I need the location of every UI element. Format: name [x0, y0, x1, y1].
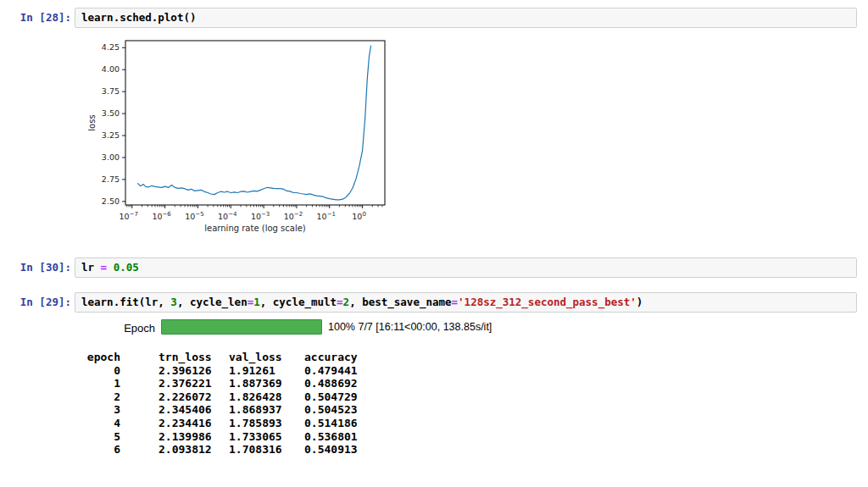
table-header-row: epochtrn_lossval_lossaccuracy [83, 351, 364, 364]
progress-bar [161, 319, 322, 335]
col-header: trn_loss [159, 351, 213, 364]
x-axis-label: learning rate (log scale) [204, 224, 306, 233]
y-tick-label: 3.00 [102, 152, 120, 162]
plot-output-area: 2.502.753.003.253.503.754.004.2510−710−6… [83, 36, 405, 244]
table-row: 32.3454061.8689370.504523 [83, 403, 364, 417]
table-row: 42.2344161.7858930.514186 [83, 417, 364, 430]
y-tick-label: 3.75 [102, 86, 120, 96]
code-input-29[interactable]: learn.fit(lr, 3, cycle_len=1, cycle_mult… [75, 292, 857, 313]
code-token: , cycle_len [177, 296, 248, 308]
cell-value: 0.488692 [304, 377, 364, 390]
cell-value: 1.868937 [229, 403, 283, 417]
code-token: learn.fit(lr, [81, 296, 170, 308]
cell-value: 0.479441 [304, 364, 364, 378]
plot-frame [125, 41, 385, 205]
y-tick-label: 3.50 [102, 108, 120, 118]
code-token: 0.05 [114, 261, 139, 274]
cell-value: 0.536801 [304, 430, 364, 444]
cell-value: 1.826428 [229, 390, 283, 404]
input-prompt-28: In [28]: [10, 11, 71, 24]
cell-value: 1 [83, 377, 120, 390]
code-text-29[interactable]: learn.fit(lr, 3, cycle_len=1, cycle_mult… [81, 296, 850, 309]
cell-value: 0.514186 [304, 417, 364, 430]
col-header: val_loss [229, 351, 283, 364]
code-token: 3 [170, 296, 177, 308]
code-token: learn.sched.plot() [81, 11, 196, 24]
table-row: 02.3961261.912610.479441 [83, 364, 364, 378]
code-token: '128sz_312_second_pass_best' [458, 296, 637, 308]
cell-value: 1.785893 [229, 417, 283, 430]
loss-vs-learning-rate-chart: 2.502.753.003.253.503.754.004.2510−710−6… [83, 36, 405, 241]
y-tick-label: 3.25 [102, 130, 120, 140]
cell-value: 2.139986 [159, 430, 213, 444]
cell-value: 0.504523 [304, 403, 364, 417]
cell-value: 0.540913 [304, 443, 364, 457]
cell-value: 2 [83, 390, 120, 404]
col-header: epoch [83, 351, 120, 364]
y-tick-label: 4.00 [102, 64, 120, 74]
cell-value: 4 [83, 417, 120, 430]
cell-value: 2.093812 [159, 443, 213, 457]
code-input-28[interactable]: learn.sched.plot() [75, 8, 857, 28]
table-row: 52.1399861.7330650.536801 [83, 430, 364, 444]
code-token: lr [81, 261, 101, 274]
code-token: 1 [253, 296, 260, 308]
code-token: = [452, 296, 459, 308]
y-tick-label: 2.50 [102, 196, 120, 206]
cell-value: 2.396126 [159, 364, 213, 378]
cell-value: 6 [83, 443, 120, 457]
code-input-30[interactable]: lr = 0.05 [75, 257, 857, 278]
cell-value: 2.234416 [159, 417, 213, 430]
code-text-28[interactable]: learn.sched.plot() [81, 11, 850, 25]
cell-value: 1.91261 [229, 364, 283, 378]
progress-bar-fill [162, 320, 321, 334]
y-tick-label: 4.25 [102, 42, 120, 52]
cell-value: 1.733065 [229, 430, 283, 444]
code-token: ) [637, 296, 643, 308]
y-tick-label: 2.75 [102, 174, 120, 184]
input-prompt-30: In [30]: [10, 261, 71, 274]
cell-value: 3 [83, 403, 120, 417]
loss-curve [138, 46, 371, 200]
col-header: accuracy [304, 351, 364, 364]
y-axis-label: loss [87, 114, 97, 130]
progress-label: Epoch [108, 322, 155, 335]
table-row: 12.3762211.8873690.488692 [83, 377, 364, 390]
cell-value: 2.376221 [159, 377, 213, 390]
code-token: = [101, 261, 108, 274]
x-tick-label: 10−6 [152, 211, 171, 221]
cell-value: 5 [83, 430, 120, 444]
cell-value: 0 [83, 364, 120, 378]
code-text-30[interactable]: lr = 0.05 [81, 261, 850, 274]
x-tick-label: 10−3 [251, 211, 270, 221]
code-token [107, 261, 114, 274]
x-tick-label: 10−5 [185, 211, 203, 221]
x-tick-label: 10−1 [317, 211, 336, 221]
metrics-table: epochtrn_lossval_lossaccuracy02.3961261.… [83, 351, 364, 457]
table-row: 62.0938121.7083160.540913 [83, 443, 364, 457]
x-tick-label: 10−4 [218, 211, 237, 221]
x-tick-label: 10−7 [120, 211, 138, 221]
cell-value: 2.226072 [159, 390, 213, 404]
code-token: 2 [343, 296, 350, 308]
cell-value: 1.887369 [229, 377, 283, 390]
input-prompt-29: In [29]: [10, 296, 71, 308]
cell-value: 0.504729 [304, 390, 364, 404]
code-token: = [337, 296, 343, 308]
x-tick-label: 100 [352, 211, 366, 221]
progress-status-text: 100% 7/7 [16:11<00:00, 138.85s/it] [328, 321, 492, 333]
table-row: 22.2260721.8264280.504729 [83, 390, 364, 404]
cell-value: 2.345406 [159, 403, 213, 417]
code-token: , cycle_mult [260, 296, 337, 308]
x-tick-label: 10−2 [284, 211, 303, 221]
code-token: , best_save_name [349, 296, 451, 308]
cell-value: 1.708316 [229, 443, 283, 457]
